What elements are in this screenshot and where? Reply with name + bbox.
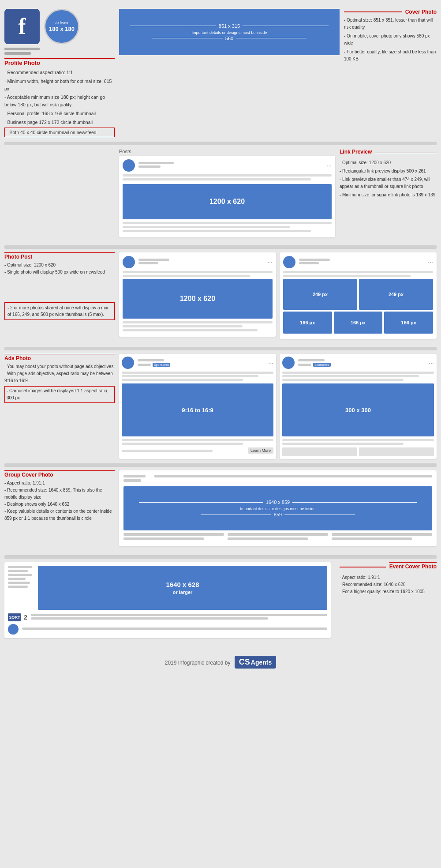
- photo-post-image: 1200 x 620: [123, 279, 273, 319]
- profile-detail-3: - Acceptable minimum size 180 px; height…: [4, 94, 115, 109]
- group-inner-line: 859: [201, 512, 355, 517]
- ad1-meta: Sponsored: [138, 359, 268, 367]
- profile-detail-5: - Business page 172 x 172 circle thumbna…: [4, 119, 115, 126]
- multi-note-text: - 2 or more photos shared at once will d…: [7, 305, 108, 317]
- separator-2: [4, 245, 437, 249]
- pp-b3: [123, 329, 258, 331]
- ad2-text-1: [282, 372, 434, 374]
- ad1-text-1: [122, 372, 273, 374]
- photo-cell-249b: 249 px: [359, 279, 433, 310]
- ad1-text-2: [122, 375, 258, 377]
- gc-detail-4: - Keep valuable details or contents on t…: [4, 508, 115, 522]
- event-comment-avatar: [8, 624, 19, 635]
- link-detail-1: - Optimal size: 1200 x 620: [340, 159, 437, 166]
- ad1-below-2: [122, 443, 243, 445]
- ad1-size-label: 9:16 to 16:9: [182, 407, 213, 413]
- mp-time: [299, 262, 319, 264]
- ad2-menu: ···: [429, 359, 434, 366]
- event-cover-image: 1640 x 628 or larger: [38, 566, 327, 610]
- ad2-meta: Sponsored: [298, 359, 429, 367]
- link-detail-2: - Rectangular link preview display 500 x…: [340, 168, 437, 175]
- ad-card-2: Sponsored ··· 300 x 300: [280, 354, 437, 459]
- photo-post-center: ··· 1200 x 620: [119, 252, 437, 342]
- agents-text: Agents: [251, 659, 272, 666]
- post-time-line: [138, 165, 161, 168]
- event-blue-btn: SORT: [8, 613, 21, 621]
- footer: 2019 Infographic created by CS Agents: [4, 647, 437, 677]
- photo-post-detail-2: - Single photo will display 500 px wide …: [4, 269, 115, 276]
- fb-logo-area: f At least 180 x 180: [4, 9, 115, 44]
- profile-text-lines: [4, 48, 115, 55]
- cover-detail-1: - Optimal size: 851 x 351, lesser than t…: [344, 17, 437, 31]
- cover-inner-size: 560: [225, 36, 233, 41]
- ad2-time: [298, 364, 311, 366]
- ads-highlight-text: - Carousel images will be displayed 1:1 …: [7, 388, 108, 400]
- cover-inner-line: 560: [152, 36, 306, 41]
- ec-detail-3: - For a higher quality: resize to 1920 x…: [340, 588, 437, 595]
- gc-arrow-right: [292, 502, 417, 503]
- separator-1: [4, 142, 437, 145]
- photo-post-meta: [138, 259, 267, 266]
- ad2-header: Sponsored ···: [282, 357, 434, 369]
- pp-text-2: [123, 275, 250, 277]
- post-text-area: [123, 174, 332, 182]
- event-cover-details: - Aspect ratio: 1.91:1 - Recommended siz…: [340, 574, 437, 595]
- photo-249a-label: 249 px: [313, 292, 328, 297]
- gbc-2: [123, 537, 204, 540]
- profile-size: 180 x 180: [49, 26, 75, 32]
- single-photo-card: ··· 1200 x 620: [119, 252, 276, 342]
- multi-photo-post-card: ··· 249 px 249 px: [280, 252, 437, 339]
- carousel-btn-2: [359, 447, 434, 456]
- post-link-image: 1200 x 620: [123, 184, 332, 219]
- group-bottom-rows: [123, 533, 432, 542]
- profile-circle: At least 180 x 180: [44, 9, 79, 44]
- ad1-sponsored-row: Sponsored: [138, 363, 268, 367]
- group-cover-image: 1640 x 859 Important details or designs …: [123, 486, 432, 530]
- group-nav-2: [123, 479, 141, 482]
- inner-arrow-left: [152, 38, 223, 39]
- group-top-left: [123, 475, 150, 484]
- post-avatar: [123, 159, 135, 172]
- section-event-cover: 1640 x 628 or larger SORT 2: [4, 562, 437, 638]
- gc-size-label: 1640 x 859: [266, 500, 290, 505]
- photo-row-top: 249 px 249 px: [283, 279, 433, 310]
- cover-size-label: 851 x 315: [219, 23, 240, 29]
- carousel-btn-1: [282, 447, 357, 456]
- photo-cell-166a: 166 px: [283, 312, 332, 334]
- ad1-text-3: [122, 379, 243, 381]
- ad-card-1: Sponsored ··· 9:16 to 16:9 Learn More: [119, 354, 276, 459]
- multi-post-avatar: [283, 256, 295, 268]
- arrow-right: [243, 26, 329, 26]
- event-btn-text: SORT: [9, 615, 20, 620]
- photo-cell-249a: 249 px: [283, 279, 357, 310]
- gc-arrow-left: [139, 502, 263, 503]
- ec-detail-1: - Aspect ratio: 1.91:1: [340, 574, 437, 581]
- group-top-line: [154, 475, 432, 477]
- event-main: 1640 x 628 or larger: [38, 566, 327, 610]
- ads-photo-left: Ads Photo - You may boost your photo wit…: [4, 354, 119, 459]
- photo-cell-166c: 166 px: [384, 312, 433, 334]
- section-photo-post: Photo Post - Optimal size: 1200 x 620 - …: [4, 252, 437, 342]
- photo-post-size: 1200 x 620: [180, 295, 215, 303]
- gc-inner-arrow-left: [201, 515, 271, 515]
- photo-166c-label: 166 px: [401, 320, 416, 325]
- post-meta: [138, 162, 326, 169]
- sponsored-badge-2: Sponsored: [313, 363, 331, 367]
- profile-highlight: - Both 40 x 40 circle thumbnail on newsf…: [4, 128, 115, 138]
- group-inner-text: Important details or designs must be ins…: [240, 507, 315, 511]
- section-group-cover: Group Cover Photo - Aspect ratio: 1.91:1…: [4, 470, 437, 551]
- gc-detail-2: - Recommended size: 1640 x 859; This is …: [4, 487, 115, 501]
- below-line-2: [123, 226, 290, 228]
- gray-line-1: [4, 48, 40, 50]
- posts-left-space: [4, 149, 119, 241]
- gray-line-2: [4, 52, 31, 55]
- fb-letter: f: [18, 15, 26, 38]
- group-bottom-col-2: [228, 533, 328, 542]
- gc-detail-3: - Desktop shows only 1640 x 662: [4, 501, 115, 508]
- cover-photo-label: Cover Photo: [405, 9, 437, 15]
- ev-s-3: [8, 574, 32, 576]
- profile-photo-label: Profile Photo: [4, 58, 115, 66]
- ev-s-1: [8, 566, 32, 568]
- group-cover-left: Group Cover Photo - Aspect ratio: 1.91:1…: [4, 470, 119, 551]
- post-menu-icon: ···: [326, 162, 332, 169]
